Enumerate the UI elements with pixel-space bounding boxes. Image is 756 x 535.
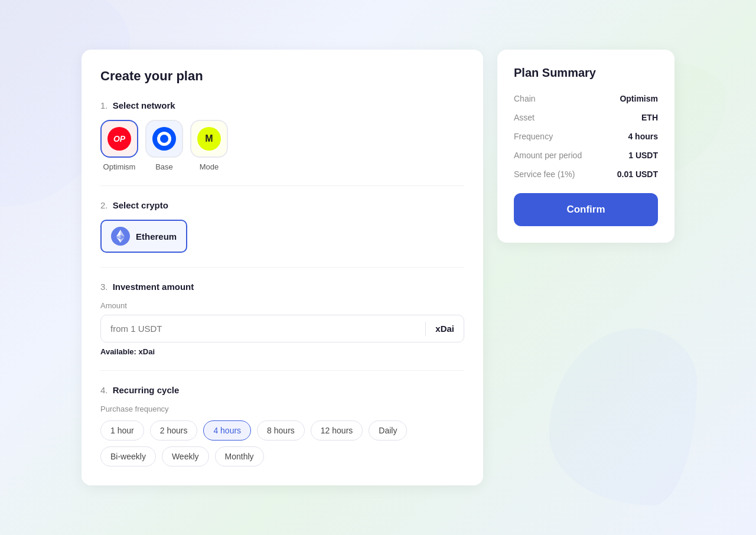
investment-section-title: 3. Investment amount [100,282,464,292]
amount-currency: xDai [426,315,464,342]
crypto-name: Ethereum [136,231,177,242]
network-section-title: 1. Select network [100,100,464,110]
summary-card: Plan Summary Chain Optimism Asset ETH Fr… [497,50,674,243]
summary-row: Amount per period 1 USDT [514,151,658,160]
base-logo [152,127,176,151]
network-section: 1. Select network OP Optimism [100,100,464,171]
available-value: xDai [139,347,155,356]
network-options: OP Optimism Base M [100,120,464,171]
main-content: Create your plan 1. Select network OP Op… [82,50,674,485]
base-icon-wrapper [145,120,183,158]
investment-section: 3. Investment amount Amount xDai Availab… [100,282,464,356]
freq-tag-12-hours[interactable]: 12 hours [311,420,363,441]
mode-logo: M [197,127,221,151]
mode-icon-wrapper: M [190,120,228,158]
amount-label: Amount [100,301,464,310]
summary-key: Service fee (1%) [514,169,575,179]
summary-key: Frequency [514,132,553,141]
freq-tag-monthly[interactable]: Monthly [215,446,264,467]
summary-key: Asset [514,113,535,122]
amount-input[interactable] [101,315,425,342]
base-logo-inner [157,132,171,146]
summary-row: Frequency 4 hours [514,132,658,141]
summary-value: 1 USDT [628,151,658,160]
summary-value: Optimism [620,94,658,103]
freq-tag-weekly[interactable]: Weekly [162,446,209,467]
frequency-tags: 1 hour2 hours4 hours8 hours12 hoursDaily… [100,420,464,467]
optimism-icon-wrapper: OP [100,120,138,158]
summary-row: Asset ETH [514,113,658,122]
summary-key: Amount per period [514,151,582,160]
crypto-option-ethereum[interactable]: Ethereum [100,220,187,253]
summary-key: Chain [514,94,536,103]
crypto-section: 2. Select crypto Ethereum [100,200,464,253]
summary-value: 4 hours [628,132,658,141]
plan-card: Create your plan 1. Select network OP Op… [82,50,483,485]
available-text: Available: xDai [100,347,464,356]
optimism-label: Optimism [103,162,136,171]
summary-value: 0.01 USDT [617,169,658,179]
crypto-section-title: 2. Select crypto [100,200,464,210]
optimism-logo: OP [107,127,131,151]
summary-title: Plan Summary [514,66,658,80]
recurring-section: 4. Recurring cycle Purchase frequency 1 … [100,385,464,467]
base-label: Base [155,162,173,171]
freq-tag-bi-weekly[interactable]: Bi-weekly [100,446,156,467]
purchase-frequency-label: Purchase frequency [100,404,464,413]
summary-row: Service fee (1%) 0.01 USDT [514,169,658,179]
freq-tag-2-hours[interactable]: 2 hours [150,420,198,441]
summary-value: ETH [641,113,658,122]
freq-tag-1-hour[interactable]: 1 hour [100,420,144,441]
confirm-button[interactable]: Confirm [514,193,658,226]
freq-tag-daily[interactable]: Daily [369,420,407,441]
amount-input-wrapper: xDai [100,315,464,342]
summary-row: Chain Optimism [514,94,658,103]
summary-rows: Chain Optimism Asset ETH Frequency 4 hou… [514,94,658,179]
page-title: Create your plan [100,68,464,84]
mode-label: Mode [200,162,219,171]
network-option-base[interactable]: Base [145,120,183,171]
freq-tag-4-hours[interactable]: 4 hours [203,420,251,441]
recurring-section-title: 4. Recurring cycle [100,385,464,395]
ethereum-icon [111,227,130,246]
network-option-optimism[interactable]: OP Optimism [100,120,138,171]
freq-tag-8-hours[interactable]: 8 hours [257,420,305,441]
network-option-mode[interactable]: M Mode [190,120,228,171]
